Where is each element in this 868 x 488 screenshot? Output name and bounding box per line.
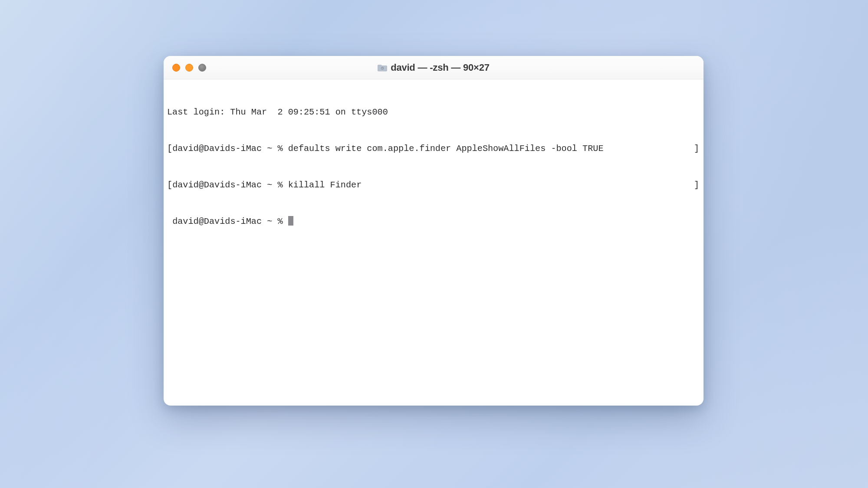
- traffic-lights: [164, 64, 206, 72]
- titlebar[interactable]: david — -zsh — 90×27: [164, 56, 704, 79]
- current-prompt-line[interactable]: david@Davids-iMac ~ %: [167, 216, 700, 228]
- terminal-body[interactable]: Last login: Thu Mar 2 09:25:51 on ttys00…: [164, 79, 704, 406]
- command-text: defaults write com.apple.finder AppleSho…: [288, 144, 604, 154]
- svg-point-0: [381, 67, 383, 69]
- cursor-icon: [288, 216, 293, 226]
- window-title: david — -zsh — 90×27: [391, 62, 490, 73]
- prompt-text: david@Davids-iMac ~ %: [172, 216, 288, 226]
- command-line-1: [david@Davids-iMac ~ % defaults write co…: [167, 143, 700, 155]
- terminal-window[interactable]: david — -zsh — 90×27 Last login: Thu Mar…: [164, 56, 704, 406]
- bracket-left: [: [167, 180, 172, 190]
- minimize-button[interactable]: [185, 64, 193, 72]
- bracket-right: ]: [694, 143, 699, 155]
- svg-line-2: [382, 68, 383, 69]
- maximize-button[interactable]: [198, 64, 206, 72]
- bracket-left: [: [167, 144, 172, 154]
- command-line-2: [david@Davids-iMac ~ % killall Finder]: [167, 179, 700, 191]
- title-center: david — -zsh — 90×27: [164, 62, 704, 73]
- close-button[interactable]: [172, 64, 180, 72]
- login-line: Last login: Thu Mar 2 09:25:51 on ttys00…: [167, 106, 700, 118]
- folder-icon: [378, 64, 387, 72]
- prompt-text: david@Davids-iMac ~ %: [172, 180, 288, 190]
- prompt-text: david@Davids-iMac ~ %: [172, 144, 288, 154]
- command-text: killall Finder: [288, 180, 362, 190]
- bracket-right: ]: [694, 179, 699, 191]
